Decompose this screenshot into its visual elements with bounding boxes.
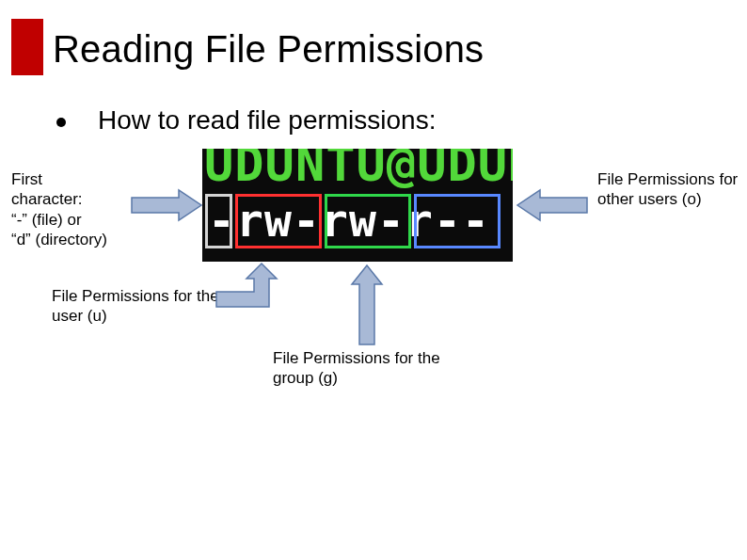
terminal-prompt-text: UDUNTU@UDUN: [204, 149, 513, 192]
svg-marker-2: [216, 264, 277, 307]
slide-title: Reading File Permissions: [53, 28, 484, 71]
highlight-box-other: [414, 194, 501, 248]
svg-marker-0: [132, 190, 201, 220]
label-first-character: First character: “-” (file) or “d” (dire…: [11, 169, 143, 249]
label-user: File Permissions for the user (u): [52, 286, 221, 327]
bullet-text: How to read file permissions:: [98, 105, 436, 136]
arrow-left-icon: [517, 188, 588, 226]
arrow-right-icon: [132, 188, 202, 226]
label-other-users: File Permissions for other users (o): [597, 169, 739, 210]
bullet-icon: [56, 118, 66, 127]
highlight-box-user: [235, 194, 322, 248]
bullet-row: How to read file permissions:: [56, 105, 436, 136]
terminal-screenshot: UDUNTU@UDUN -rw-rw-r--: [202, 149, 513, 262]
highlight-box-first-char: [205, 194, 232, 248]
svg-marker-1: [517, 190, 587, 220]
label-group: File Permissions for the group (g): [273, 348, 452, 389]
arrow-elbow-user-icon: [216, 264, 282, 320]
highlight-box-group: [325, 194, 411, 248]
accent-block: [11, 19, 43, 75]
arrow-up-icon: [348, 265, 386, 345]
svg-marker-3: [352, 265, 382, 344]
